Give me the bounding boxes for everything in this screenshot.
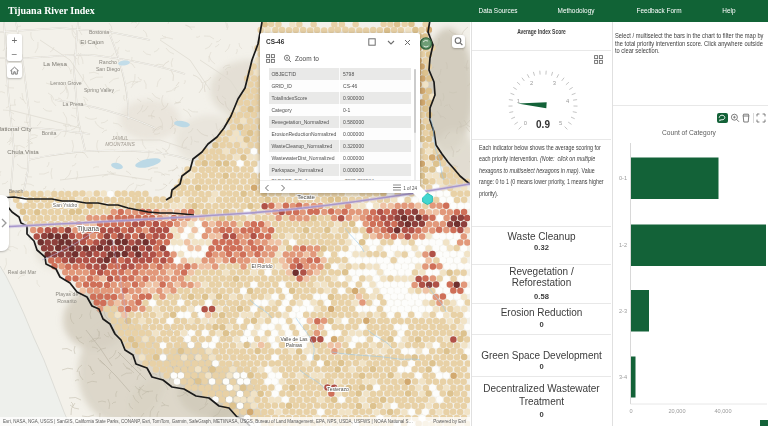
svg-text:2: 2 (530, 80, 533, 86)
svg-text:Rosarito: Rosarito (57, 298, 76, 304)
svg-text:5: 5 (559, 120, 562, 126)
svg-text:Bonita: Bonita (42, 130, 57, 136)
svg-text:2-3: 2-3 (619, 308, 627, 314)
svg-text:3-4: 3-4 (619, 374, 627, 380)
svg-text:Rancho: Rancho (99, 59, 117, 65)
svg-text:20,000: 20,000 (668, 408, 685, 414)
svg-text:Chula Vista: Chula Vista (7, 148, 39, 155)
svg-text:Bostonia: Bostonia (89, 29, 109, 35)
svg-text:0.9: 0.9 (536, 119, 550, 130)
svg-text:San Diego: San Diego (96, 66, 120, 72)
svg-text:Tecate: Tecate (297, 194, 315, 200)
svg-text:MOUNTAINS: MOUNTAINS (105, 141, 135, 147)
svg-text:Real del Mar: Real del Mar (8, 269, 37, 275)
svg-text:0: 0 (629, 408, 632, 414)
svg-text:Lemon Grove: Lemon Grove (50, 80, 82, 86)
svg-text:National City: National City (0, 125, 32, 132)
svg-text:0: 0 (524, 120, 527, 126)
svg-text:Spring Valley: Spring Valley (84, 87, 115, 93)
svg-text:3: 3 (553, 80, 556, 86)
svg-text:1: 1 (517, 98, 520, 104)
svg-text:Tijuana: Tijuana (77, 225, 99, 233)
svg-text:1-2: 1-2 (619, 242, 627, 248)
svg-text:El Florido: El Florido (251, 263, 272, 269)
svg-text:4: 4 (566, 98, 570, 104)
svg-text:Testerazo: Testerazo (327, 386, 349, 392)
svg-text:Beach: Beach (9, 188, 24, 194)
svg-text:40,000: 40,000 (714, 408, 731, 414)
svg-text:El Cajon: El Cajon (80, 38, 104, 45)
svg-text:San Ysidro: San Ysidro (53, 202, 78, 208)
svg-text:Playas de: Playas de (56, 291, 79, 297)
svg-text:0-1: 0-1 (619, 175, 627, 181)
svg-text:La Mesa: La Mesa (43, 60, 67, 67)
svg-text:Palmas: Palmas (286, 342, 303, 348)
svg-text:La Presa: La Presa (63, 101, 84, 107)
